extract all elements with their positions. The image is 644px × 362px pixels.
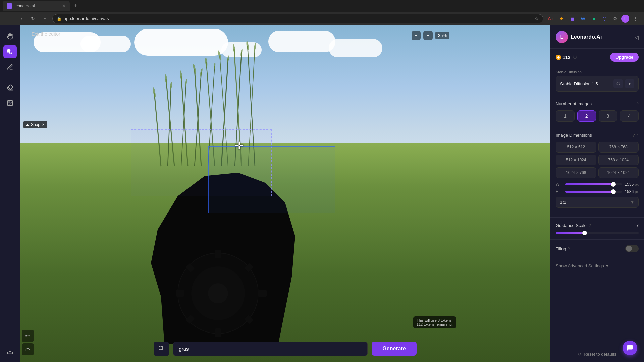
model-icon-1[interactable]: ⬡ <box>613 79 623 88</box>
num-images-4[interactable]: 4 <box>620 110 639 122</box>
panel-header: L Leonardo.Ai ◁ <box>550 25 644 49</box>
brush-tool[interactable] <box>3 60 17 74</box>
profile-icon[interactable]: L <box>621 15 629 23</box>
new-tab-button[interactable]: + <box>71 1 80 11</box>
cloud-4 <box>221 42 262 57</box>
tool-separator-1 <box>5 77 15 77</box>
width-slider-thumb[interactable] <box>611 182 616 187</box>
cloud-5 <box>268 31 335 52</box>
dim-768x768[interactable]: 768 × 768 <box>598 142 639 153</box>
model-selector[interactable]: Stable Diffusion 1.5 ⬡ ▼ <box>556 76 639 92</box>
reset-button[interactable]: ↺ Reset to defaults <box>578 352 616 357</box>
model-name: Stable Diffusion 1.5 <box>560 81 598 86</box>
credits-info-icon[interactable]: ⓘ <box>573 54 577 60</box>
add-button[interactable]: + <box>412 31 421 40</box>
select-tool[interactable] <box>3 45 17 58</box>
nav-icon-7[interactable]: ⚙ <box>610 14 620 23</box>
left-toolbar <box>0 25 20 362</box>
guidance-slider-fill <box>556 232 585 234</box>
canvas-area[interactable]: ← Exit the editor + − 35% ✛ <box>0 25 550 362</box>
nav-icon-3[interactable]: ◼ <box>568 14 577 23</box>
advanced-arrow: ▾ <box>606 263 608 268</box>
guidance-slider[interactable] <box>556 232 639 234</box>
tiling-label-row: Tiling ? <box>556 246 570 251</box>
tiling-label: Tiling <box>556 246 566 251</box>
guidance-scale-header: Guidance Scale ? 7 <box>556 223 639 228</box>
svg-rect-35 <box>258 290 267 297</box>
image-dimensions-chevron[interactable]: ^ <box>637 133 639 138</box>
guidance-slider-thumb[interactable] <box>582 231 587 235</box>
show-advanced-button[interactable]: Show Advanced Settings ▾ <box>556 263 608 268</box>
svg-point-49 <box>162 347 163 348</box>
extensions-icon[interactable]: A+ <box>546 14 555 23</box>
bookmark-icon[interactable]: ☆ <box>535 16 539 21</box>
reset-icon: ↺ <box>578 352 582 357</box>
image-tool[interactable] <box>3 96 17 110</box>
cloud-3 <box>134 29 228 56</box>
num-images-1[interactable]: 1 <box>556 110 575 122</box>
height-slider[interactable] <box>565 191 622 193</box>
tab-close-btn[interactable]: ✕ <box>62 3 66 9</box>
model-actions: ⬡ ▼ <box>613 79 634 88</box>
guidance-info-icon[interactable]: ? <box>589 223 591 228</box>
dim-1024x1024[interactable]: 1024 × 1024 <box>598 167 639 178</box>
hand-tool[interactable] <box>3 29 17 43</box>
num-images-chevron[interactable]: ^ <box>637 102 639 106</box>
tab-favicon <box>7 3 12 9</box>
prompt-settings-button[interactable] <box>154 342 169 356</box>
image-dimensions-info[interactable]: ? <box>633 133 635 138</box>
width-label: W <box>556 182 562 187</box>
generate-button[interactable]: Generate <box>372 342 416 356</box>
num-images-buttons: 1 2 3 4 <box>556 110 639 122</box>
reset-label: Reset to defaults <box>584 352 616 357</box>
panel-collapse-button[interactable]: ◁ <box>635 34 639 40</box>
num-images-3[interactable]: 3 <box>599 110 618 122</box>
back-button[interactable]: ← <box>4 14 13 23</box>
nav-icon-6[interactable]: ⬡ <box>600 14 609 23</box>
model-dropdown-btn[interactable]: ▼ <box>625 79 634 88</box>
num-images-2[interactable]: 2 <box>577 110 596 122</box>
prompt-input[interactable] <box>173 342 368 356</box>
browser-tab[interactable]: leonardo.ai ✕ <box>3 1 70 11</box>
dim-512x512[interactable]: 512 × 512 <box>556 142 596 153</box>
nav-icon-5[interactable]: ◆ <box>589 14 598 23</box>
exit-arrow-icon: ← <box>23 31 29 37</box>
exit-editor-button[interactable]: ← Exit the editor <box>23 31 60 37</box>
subtract-button[interactable]: − <box>423 31 433 40</box>
tab-bar: leonardo.ai ✕ + <box>0 0 644 12</box>
cloud-2 <box>80 36 131 52</box>
svg-point-32 <box>208 283 228 303</box>
menu-icon[interactable]: ⋮ <box>631 14 640 23</box>
image-dimensions-section: Image Dimensions ? ^ 512 × 512 768 × 768… <box>550 127 644 218</box>
eraser-tool[interactable] <box>3 81 17 94</box>
dimension-grid: 512 × 512 768 × 768 512 × 1024 768 × 102… <box>556 142 639 178</box>
advanced-label: Show Advanced Settings <box>556 263 604 268</box>
snap-indicator: Snap 8 <box>23 121 47 128</box>
upgrade-button[interactable]: Upgrade <box>610 53 639 62</box>
credits-icon: ◆ <box>556 55 561 60</box>
dim-768x1024[interactable]: 768 × 1024 <box>598 155 639 165</box>
svg-rect-33 <box>215 250 221 258</box>
height-slider-thumb[interactable] <box>611 189 616 194</box>
lock-icon: 🔒 <box>57 16 62 21</box>
tiling-toggle[interactable] <box>625 245 639 252</box>
width-slider[interactable] <box>565 183 622 185</box>
address-bar[interactable]: 🔒 app.leonardo.ai/canvas ☆ <box>52 14 543 23</box>
width-slider-fill <box>565 183 613 185</box>
bookmark-bar-icon[interactable]: ★ <box>557 14 566 23</box>
nav-icon-4[interactable]: W <box>578 14 588 23</box>
height-label: H <box>556 189 562 194</box>
dim-1024x768[interactable]: 1024 × 768 <box>556 167 596 178</box>
snap-up-arrow <box>26 124 29 126</box>
aspect-ratio-dropdown[interactable]: 1:1 ▼ <box>556 197 639 208</box>
model-label: Stable Diffusion <box>556 70 639 74</box>
download-tool[interactable] <box>3 345 17 358</box>
nav-bar: ← → ↻ ⌂ 🔒 app.leonardo.ai/canvas ☆ A+ ★ … <box>0 12 644 25</box>
chat-bubble[interactable] <box>623 341 637 355</box>
dim-512x1024[interactable]: 512 × 1024 <box>556 155 596 165</box>
forward-button[interactable]: → <box>16 14 25 23</box>
tiling-info-icon[interactable]: ? <box>568 246 571 251</box>
home-button[interactable]: ⌂ <box>40 14 50 23</box>
reload-button[interactable]: ↻ <box>28 14 38 23</box>
width-unit: px <box>635 182 639 186</box>
